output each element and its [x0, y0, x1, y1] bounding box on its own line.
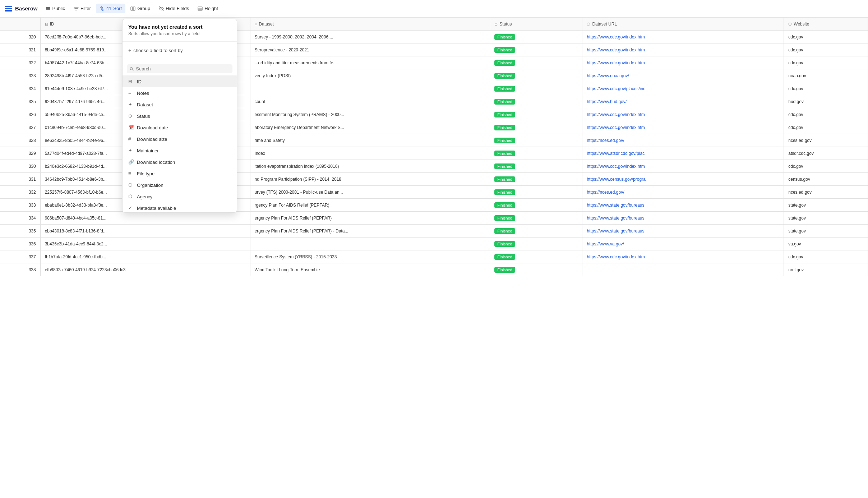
brand: Baserow — [4, 4, 38, 13]
sort-button[interactable]: 41 Sort — [96, 4, 125, 13]
svg-rect-3 — [46, 7, 50, 8]
field-icon-download_date: 📅 — [128, 125, 134, 130]
field-icon-download_location: 🔗 — [128, 159, 134, 165]
field-item-maintainer[interactable]: ✦ Maintainer — [123, 145, 237, 156]
field-item-file_type[interactable]: ≡ File type — [123, 168, 237, 179]
group-icon — [130, 6, 135, 11]
sort-search-divider — [123, 59, 237, 59]
field-icon-agency: ⬡ — [128, 194, 134, 199]
sort-popup-overlay[interactable]: You have not yet created a sort Sorts al… — [0, 17, 868, 498]
field-list: ⊟ ID ≡ Notes ✦ Dataset ⊙ Status 📅 Downlo… — [123, 76, 237, 212]
group-label: Group — [137, 6, 150, 11]
field-label-download_date: Download date — [137, 125, 168, 130]
field-icon-notes: ≡ — [128, 90, 134, 96]
field-label-download_size: Download size — [137, 137, 167, 142]
plus-icon: + — [128, 47, 131, 53]
field-label-file_type: File type — [137, 171, 154, 176]
svg-rect-0 — [5, 6, 12, 7]
svg-rect-6 — [131, 7, 133, 10]
field-icon-status: ⊙ — [128, 113, 134, 119]
main-content: ID Dataset Status — [0, 17, 868, 498]
field-label-download_location: Download location — [137, 160, 175, 165]
choose-field-button[interactable]: + choose a field to sort by — [123, 45, 237, 56]
field-icon-dataset: ✦ — [128, 102, 134, 107]
field-item-organization[interactable]: ⬡ Organization — [123, 179, 237, 191]
sort-icon — [100, 6, 105, 11]
group-button[interactable]: Group — [127, 4, 154, 13]
field-item-agency[interactable]: ⬡ Agency — [123, 191, 237, 202]
baserow-logo-icon — [4, 4, 13, 13]
hide-fields-button[interactable]: Hide Fields — [155, 4, 193, 13]
field-label-status: Status — [137, 114, 150, 119]
field-item-download_size[interactable]: # Download size — [123, 133, 237, 145]
field-item-download_date[interactable]: 📅 Download date — [123, 122, 237, 133]
field-icon-maintainer: ✦ — [128, 148, 134, 153]
hide-fields-icon — [159, 6, 164, 11]
sort-popup-description: Sorts allow you to sort rows by a field. — [128, 31, 231, 36]
public-icon — [46, 6, 51, 11]
sort-search-box — [127, 64, 232, 73]
field-label-dataset: Dataset — [137, 102, 153, 107]
field-icon-metadata_available: ✓ — [128, 205, 134, 211]
field-icon-id: ⊟ — [128, 79, 134, 84]
sort-popup-header: You have not yet created a sort Sorts al… — [123, 19, 237, 38]
field-item-download_location[interactable]: 🔗 Download location — [123, 156, 237, 168]
field-label-metadata_available: Metadata available — [137, 206, 176, 211]
height-button[interactable]: Height — [194, 4, 222, 13]
field-icon-organization: ⬡ — [128, 182, 134, 188]
field-label-maintainer: Maintainer — [137, 148, 159, 153]
sort-count: 41 — [106, 6, 111, 11]
height-icon — [198, 6, 203, 11]
field-item-id[interactable]: ⊟ ID — [123, 76, 237, 87]
choose-field-label: choose a field to sort by — [133, 48, 183, 53]
sort-popup: You have not yet created a sort Sorts al… — [122, 19, 237, 213]
field-label-id: ID — [137, 79, 142, 84]
brand-name: Baserow — [15, 5, 38, 11]
field-label-notes: Notes — [137, 91, 149, 96]
field-icon-file_type: ≡ — [128, 171, 134, 176]
sort-popup-divider — [123, 41, 237, 42]
height-label: Height — [204, 6, 218, 11]
public-button[interactable]: Public — [42, 4, 69, 13]
field-label-agency: Agency — [137, 194, 152, 199]
sort-search-input[interactable] — [136, 66, 230, 72]
svg-rect-9 — [198, 7, 202, 10]
sort-label: Sort — [113, 6, 122, 11]
svg-rect-7 — [133, 7, 135, 10]
field-item-notes[interactable]: ≡ Notes — [123, 87, 237, 99]
field-item-dataset[interactable]: ✦ Dataset — [123, 99, 237, 110]
field-icon-download_size: # — [128, 136, 134, 142]
field-label-organization: Organization — [137, 183, 163, 188]
field-item-status[interactable]: ⊙ Status — [123, 110, 237, 122]
filter-icon — [74, 6, 79, 11]
svg-rect-5 — [46, 9, 50, 10]
filter-button[interactable]: Filter — [70, 4, 94, 13]
svg-point-10 — [130, 67, 133, 70]
svg-rect-2 — [5, 10, 12, 11]
field-item-metadata_available[interactable]: ✓ Metadata available — [123, 202, 237, 212]
svg-rect-4 — [46, 8, 50, 9]
filter-label: Filter — [80, 6, 91, 11]
sort-search-wrap — [123, 62, 237, 76]
sort-popup-title: You have not yet created a sort — [128, 24, 231, 30]
public-label: Public — [52, 6, 65, 11]
search-icon — [130, 67, 134, 71]
hide-fields-label: Hide Fields — [166, 6, 189, 11]
toolbar: Baserow Public Filter 41 Sort Group — [0, 0, 868, 17]
svg-rect-1 — [5, 8, 12, 9]
